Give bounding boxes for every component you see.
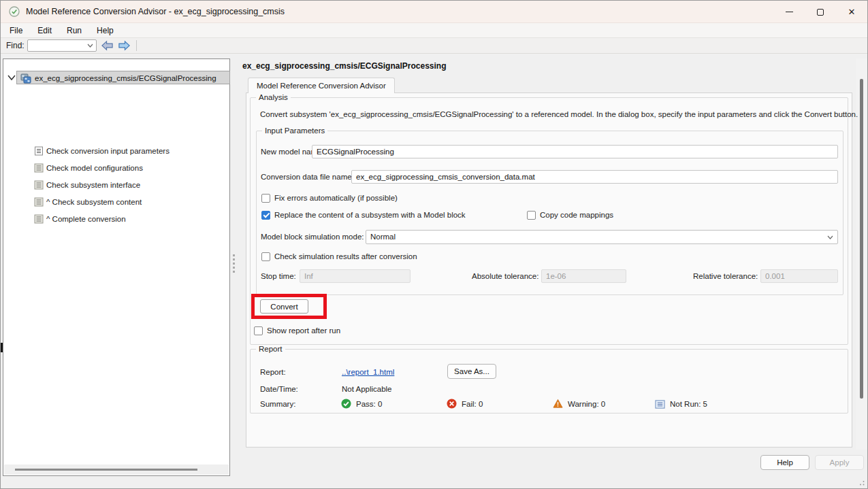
convert-button[interactable]: Convert bbox=[260, 299, 308, 314]
minimize-icon bbox=[786, 12, 793, 12]
form-icon bbox=[34, 146, 44, 156]
analysis-description: Convert subsystem 'ex_ecg_sigprocessing_… bbox=[260, 110, 858, 118]
tree-item-check-subsystem-interface[interactable]: Check subsystem interface bbox=[3, 180, 229, 192]
chevron-down-icon bbox=[87, 44, 93, 48]
input-parameters-legend: Input Parameters bbox=[262, 127, 327, 135]
datetime-value: Not Applicable bbox=[342, 385, 392, 393]
simulation-mode-label: Model block simulation mode: bbox=[261, 233, 364, 241]
find-label: Find: bbox=[6, 41, 25, 50]
pass-count: Pass: 0 bbox=[356, 400, 382, 408]
fail-count: Fail: 0 bbox=[462, 400, 483, 408]
tree-item-check-subsystem-content[interactable]: ^ Check subsystem content bbox=[3, 197, 229, 209]
replace-content-checkbox[interactable] bbox=[261, 211, 270, 220]
report-legend: Report bbox=[256, 345, 285, 353]
model-reference-conversion-advisor-window: Model Reference Conversion Advisor - ex_… bbox=[0, 0, 868, 489]
menu-help[interactable]: Help bbox=[89, 26, 121, 35]
panel-splitter[interactable] bbox=[231, 254, 236, 275]
warning-count: Warning: 0 bbox=[568, 400, 605, 408]
replace-content-label: Replace the content of a subsystem with … bbox=[274, 211, 466, 219]
absolute-tolerance-label: Absolute tolerance: bbox=[472, 272, 539, 280]
minimize-button[interactable] bbox=[773, 1, 805, 23]
tree-root-item[interactable]: ex_ecg_sigprocessing_cmsis/ECGSignalProc… bbox=[35, 74, 216, 82]
window-resize-grip[interactable] bbox=[857, 478, 865, 486]
tree-hscroll-thumb[interactable] bbox=[15, 469, 197, 471]
not-run-icon bbox=[655, 399, 665, 409]
list-icon bbox=[34, 163, 44, 173]
save-as-button[interactable]: Save As... bbox=[447, 364, 496, 379]
new-model-name-field[interactable]: ECGSignalProcessing bbox=[312, 145, 838, 158]
tree-item-check-model-configurations[interactable]: Check model configurations bbox=[3, 163, 229, 175]
find-input[interactable] bbox=[27, 39, 97, 52]
chevron-down-icon bbox=[827, 235, 833, 239]
report-label: Report: bbox=[260, 368, 286, 376]
cursor-artifact bbox=[1, 343, 3, 352]
not-run-count: Not Run: 5 bbox=[670, 400, 707, 408]
menu-bar: File Edit Run Help bbox=[1, 23, 867, 38]
conversion-data-file-field[interactable]: ex_ecg_sigprocessing_cmsis_conversion_da… bbox=[351, 170, 838, 184]
close-icon: ✕ bbox=[848, 7, 856, 16]
absolute-tolerance-field: 1e-06 bbox=[541, 269, 626, 283]
simulation-mode-select[interactable]: Normal bbox=[366, 230, 838, 244]
input-parameters-group: Input Parameters New model name: ECGSign… bbox=[256, 131, 843, 295]
stop-time-field: Inf bbox=[300, 269, 411, 283]
check-sim-results-checkbox[interactable] bbox=[261, 252, 270, 261]
fix-errors-label: Fix errors automatically (if possible) bbox=[274, 194, 398, 202]
conversion-data-file-label: Conversion data file name: bbox=[261, 173, 354, 181]
fix-errors-checkbox[interactable] bbox=[261, 194, 270, 203]
tab-model-reference-conversion-advisor[interactable]: Model Reference Conversion Advisor bbox=[248, 78, 395, 93]
menu-run[interactable]: Run bbox=[59, 26, 89, 35]
find-previous-button[interactable] bbox=[101, 40, 114, 51]
check-sim-results-label: Check simulation results after conversio… bbox=[274, 252, 417, 260]
check-tree-panel: ex_ecg_sigprocessing_cmsis/ECGSignalProc… bbox=[3, 58, 230, 476]
list-icon bbox=[34, 180, 44, 190]
datetime-label: Date/Time: bbox=[260, 385, 298, 393]
tree-horizontal-scrollbar[interactable] bbox=[4, 465, 229, 475]
copy-code-mappings-checkbox[interactable] bbox=[527, 211, 536, 220]
analysis-group: Analysis Convert subsystem 'ex_ecg_sigpr… bbox=[250, 97, 848, 345]
tree-item-check-input-parameters[interactable]: Check conversion input parameters bbox=[3, 146, 229, 158]
apply-button[interactable]: Apply bbox=[815, 455, 864, 470]
maximize-button[interactable] bbox=[805, 1, 836, 23]
stop-time-label: Stop time: bbox=[261, 272, 296, 280]
toolbar-separator bbox=[136, 40, 137, 51]
pass-icon bbox=[341, 399, 351, 409]
report-link[interactable]: ..\report_1.html bbox=[342, 368, 394, 376]
window-title: Model Reference Conversion Advisor - ex_… bbox=[26, 7, 285, 16]
warning-icon bbox=[553, 399, 563, 409]
title-bar: Model Reference Conversion Advisor - ex_… bbox=[1, 1, 867, 23]
menu-file[interactable]: File bbox=[2, 26, 30, 35]
summary-label: Summary: bbox=[260, 400, 295, 408]
copy-code-mappings-label: Copy code mappings bbox=[540, 211, 613, 219]
show-report-checkbox[interactable] bbox=[254, 326, 263, 335]
show-report-label: Show report after run bbox=[267, 326, 340, 335]
find-next-button[interactable] bbox=[118, 40, 131, 51]
menu-edit[interactable]: Edit bbox=[30, 26, 59, 35]
list-icon bbox=[34, 197, 44, 207]
relative-tolerance-label: Relative tolerance: bbox=[693, 272, 758, 280]
model-reference-icon bbox=[20, 73, 31, 84]
relative-tolerance-field: 0.001 bbox=[760, 269, 838, 283]
vscroll-thumb[interactable] bbox=[860, 79, 863, 399]
report-group: Report Report: ..\report_1.html Save As.… bbox=[250, 349, 848, 414]
maximize-icon bbox=[817, 9, 824, 16]
find-toolbar: Find: bbox=[1, 38, 867, 54]
list-icon bbox=[34, 214, 44, 224]
tree-expander-chevron-icon[interactable] bbox=[7, 74, 16, 81]
page-title: ex_ecg_sigprocessing_cmsis/ECGSignalProc… bbox=[242, 61, 446, 71]
close-button[interactable]: ✕ bbox=[836, 1, 867, 23]
analysis-legend: Analysis bbox=[256, 93, 291, 101]
fail-icon bbox=[447, 399, 457, 409]
advisor-check-icon bbox=[9, 6, 20, 17]
tree-item-complete-conversion[interactable]: ^ Complete conversion bbox=[3, 214, 229, 226]
help-button[interactable]: Help bbox=[760, 455, 809, 470]
